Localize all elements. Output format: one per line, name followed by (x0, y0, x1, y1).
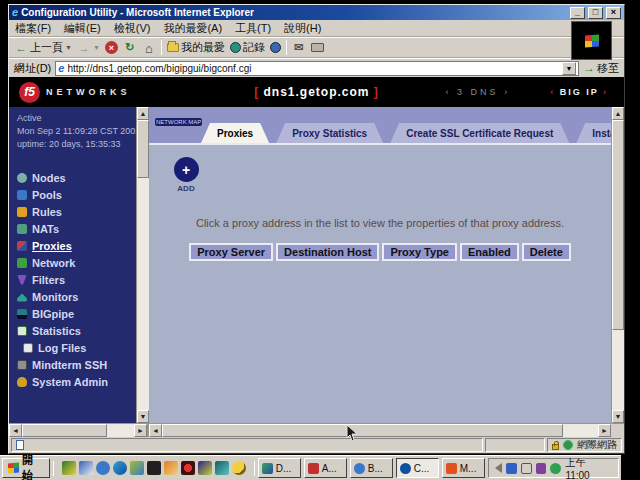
maximize-button[interactable]: □ (588, 7, 603, 19)
sidebar-item-system-admin[interactable]: System Admin (17, 373, 136, 390)
sidebar-item-statistics[interactable]: Statistics (17, 322, 136, 339)
menu-tools[interactable]: 工具(T) (235, 21, 271, 36)
go-button[interactable]: → 移至 (583, 61, 619, 76)
scrollbar-track[interactable] (612, 330, 624, 410)
link-3dns[interactable]: ‹ 3 DNS › (446, 87, 511, 97)
quick-launch-icon-4[interactable] (113, 461, 127, 475)
scroll-left-icon[interactable]: ◄ (149, 424, 162, 437)
media-icon[interactable] (270, 42, 281, 53)
column-destination-host: Destination Host (276, 243, 379, 261)
quick-launch-icon-5[interactable] (130, 461, 144, 475)
scrollbar-track[interactable] (162, 424, 598, 437)
volume-icon[interactable] (495, 463, 502, 473)
back-button[interactable]: ← 上一頁 ▼ (14, 40, 72, 55)
task-button-2[interactable]: A... (304, 458, 347, 478)
tab-proxies[interactable]: Proxies (201, 123, 269, 143)
sidebar-item-nodes[interactable]: Nodes (17, 169, 136, 186)
history-button[interactable]: 記錄 (230, 40, 265, 55)
link-bigip[interactable]: ‹ BIG IP › (550, 87, 608, 97)
forward-dropdown-icon[interactable]: ▼ (93, 44, 100, 51)
lock-icon (552, 444, 559, 450)
tray-icon-2[interactable] (521, 463, 532, 474)
scrollbar-thumb[interactable] (162, 424, 563, 437)
status-message-area (11, 438, 483, 452)
hostname-text: dns1.getop.com (263, 85, 369, 99)
minimize-button[interactable]: _ (570, 7, 585, 19)
task-icon (400, 463, 411, 474)
sidebar-item-nats[interactable]: NATs (17, 220, 136, 237)
main-scrollbar[interactable]: ▲ ▼ (611, 107, 624, 423)
scroll-left-icon[interactable]: ◄ (9, 424, 22, 437)
sidebar-item-pools[interactable]: Pools (17, 186, 136, 203)
scroll-up-icon[interactable]: ▲ (612, 107, 624, 120)
quick-launch-icon-6[interactable] (147, 461, 161, 475)
tray-icon-4[interactable] (550, 463, 561, 474)
sidebar-item-filters[interactable]: Filters (17, 271, 136, 288)
quick-launch-icon-2[interactable] (79, 461, 93, 475)
quick-launch-icon-1[interactable] (62, 461, 76, 475)
quick-launch-icon-3[interactable] (96, 461, 110, 475)
task-button-4[interactable]: C... (396, 458, 439, 478)
quick-launch-icon-10[interactable] (215, 461, 229, 475)
sidebar-item-network[interactable]: Network (17, 254, 136, 271)
address-dropdown-icon[interactable]: ▼ (562, 62, 576, 75)
menu-view[interactable]: 檢視(V) (114, 21, 151, 36)
close-button[interactable]: × (606, 7, 621, 19)
tab-install-ssl-certificate[interactable]: Install SSL Certif (576, 123, 611, 143)
menu-file[interactable]: 檔案(F) (15, 21, 51, 36)
sidebar-item-proxies[interactable]: Proxies (17, 237, 136, 254)
scrollbar-track[interactable] (137, 178, 149, 410)
task-button-5[interactable]: M... (442, 458, 485, 478)
sidebar-item-rules[interactable]: Rules (17, 203, 136, 220)
quick-launch-icon-8[interactable] (181, 461, 195, 475)
tab-create-ssl-certificate-request[interactable]: Create SSL Certificate Request (390, 123, 569, 143)
quick-launch-icon-9[interactable] (198, 461, 212, 475)
stop-icon[interactable]: × (105, 41, 118, 54)
scroll-down-icon[interactable]: ▼ (612, 410, 624, 423)
back-dropdown-icon[interactable]: ▼ (65, 44, 72, 51)
mail-icon[interactable]: ✉ (292, 41, 306, 55)
sidebar-hscrollbar[interactable]: ◄ ► (9, 424, 149, 437)
scroll-down-icon[interactable]: ▼ (137, 410, 149, 423)
sidebar-scrollbar[interactable]: ▲ ▼ (136, 107, 149, 423)
tab-proxy-statistics[interactable]: Proxy Statistics (276, 123, 383, 143)
menu-edit[interactable]: 編輯(E) (64, 21, 101, 36)
toolbar-separator (286, 40, 287, 55)
add-proxy-button[interactable]: + ADD (171, 157, 201, 193)
tray-icon-1[interactable] (506, 463, 517, 474)
quick-launch-icon-11[interactable] (232, 461, 246, 475)
sidebar-item-log-files[interactable]: Log Files (17, 339, 136, 356)
network-map-button[interactable]: NETWORK MAP (155, 110, 199, 128)
sidebar-item-mindterm-ssh[interactable]: Mindterm SSH (17, 356, 136, 373)
scroll-right-icon[interactable]: ► (134, 424, 147, 437)
quick-launch-icon-7[interactable] (164, 461, 178, 475)
sidebar-item-bigpipe[interactable]: BIGpipe (17, 305, 136, 322)
print-icon[interactable] (311, 43, 324, 52)
forward-icon: → (77, 41, 91, 55)
task-icon (446, 463, 457, 474)
status-active: Active (17, 113, 136, 123)
scrollbar-thumb[interactable] (137, 120, 149, 178)
scrollbar-thumb[interactable] (612, 120, 624, 330)
sidebar-item-monitors[interactable]: Monitors (17, 288, 136, 305)
forward-button[interactable]: → ▼ (77, 41, 100, 55)
refresh-icon[interactable]: ↻ (123, 41, 137, 55)
scroll-right-icon[interactable]: ► (598, 424, 611, 437)
page-icon: e (58, 63, 64, 74)
home-icon[interactable]: ⌂ (142, 41, 156, 55)
status-spacer (485, 438, 545, 452)
start-button[interactable]: 開始 (2, 458, 50, 478)
tray-icon-3[interactable] (536, 463, 547, 474)
task-button-3[interactable]: B... (350, 458, 393, 478)
menu-favorites[interactable]: 我的最愛(A) (163, 21, 222, 36)
main-hscrollbar[interactable]: ◄ ► (149, 424, 611, 437)
scrollbar-thumb[interactable] (22, 424, 107, 437)
column-delete: Delete (522, 243, 571, 261)
scrollbar-track[interactable] (22, 424, 134, 437)
favorites-button[interactable]: 我的最愛 (167, 40, 225, 55)
menu-help[interactable]: 說明(H) (284, 21, 321, 36)
scroll-up-icon[interactable]: ▲ (137, 107, 149, 120)
address-input[interactable]: e http://dns1.getop.com/bigipgui/bigconf… (55, 61, 579, 76)
task-button-1[interactable]: D... (258, 458, 301, 478)
proxies-icon (17, 241, 27, 251)
